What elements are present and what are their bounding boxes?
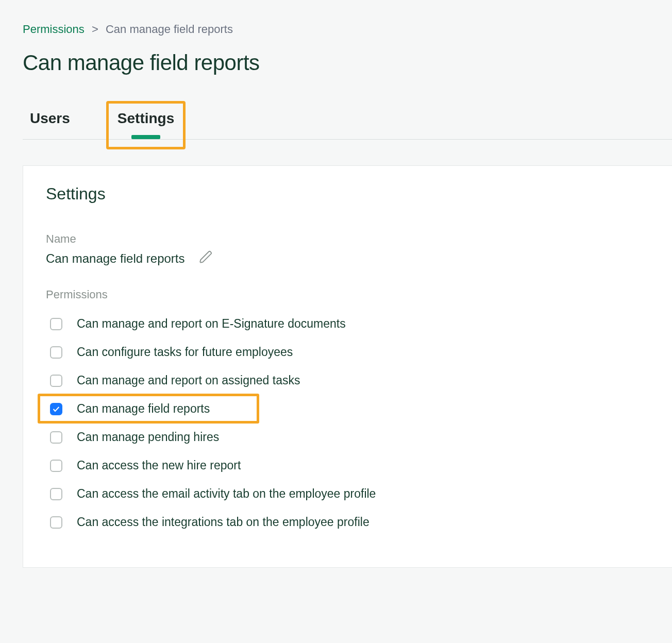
panel-heading: Settings — [46, 184, 649, 204]
breadcrumb-separator: > — [92, 23, 98, 36]
checkbox[interactable] — [50, 488, 62, 500]
permission-label: Can manage and report on E-Signature doc… — [77, 317, 346, 331]
permission-row[interactable]: Can configure tasks for future employees — [46, 338, 649, 366]
page-title: Can manage field reports — [23, 50, 672, 75]
permission-row[interactable]: Can manage and report on E-Signature doc… — [46, 310, 649, 338]
permission-label: Can manage pending hires — [77, 430, 219, 444]
tab-settings[interactable]: Settings — [112, 104, 179, 139]
tabs: Users Settings — [23, 104, 672, 140]
permission-row[interactable]: Can access the new hire report — [46, 451, 649, 480]
name-label: Name — [46, 232, 649, 246]
checkbox[interactable] — [50, 375, 62, 387]
permission-row[interactable]: Can access the integrations tab on the e… — [46, 508, 649, 536]
tab-users[interactable]: Users — [25, 104, 75, 139]
permission-label: Can manage and report on assigned tasks — [77, 374, 300, 387]
name-row: Can manage field reports — [46, 250, 649, 267]
permissions-list: Can manage and report on E-Signature doc… — [46, 310, 649, 536]
breadcrumb-current: Can manage field reports — [106, 23, 233, 36]
checkbox[interactable] — [50, 460, 62, 472]
settings-panel: Settings Name Can manage field reports P… — [23, 165, 672, 568]
checkbox[interactable] — [50, 346, 62, 359]
permission-label: Can manage field reports — [77, 402, 210, 416]
permission-row[interactable]: Can access the email activity tab on the… — [46, 480, 649, 508]
checkbox[interactable] — [50, 403, 62, 415]
permission-row[interactable]: Can manage field reports — [46, 395, 649, 423]
permission-label: Can access the email activity tab on the… — [77, 487, 376, 501]
checkbox[interactable] — [50, 431, 62, 444]
permission-row[interactable]: Can manage pending hires — [46, 423, 649, 451]
pencil-icon[interactable] — [199, 250, 213, 267]
breadcrumb: Permissions > Can manage field reports — [23, 23, 672, 36]
checkbox[interactable] — [50, 318, 62, 330]
permission-label: Can access the new hire report — [77, 459, 241, 472]
checkbox[interactable] — [50, 516, 62, 529]
permission-label: Can access the integrations tab on the e… — [77, 515, 369, 529]
permission-label: Can configure tasks for future employees — [77, 345, 293, 359]
breadcrumb-link-permissions[interactable]: Permissions — [23, 23, 85, 36]
name-value: Can manage field reports — [46, 251, 184, 266]
permissions-label: Permissions — [46, 288, 649, 301]
permission-row[interactable]: Can manage and report on assigned tasks — [46, 366, 649, 395]
